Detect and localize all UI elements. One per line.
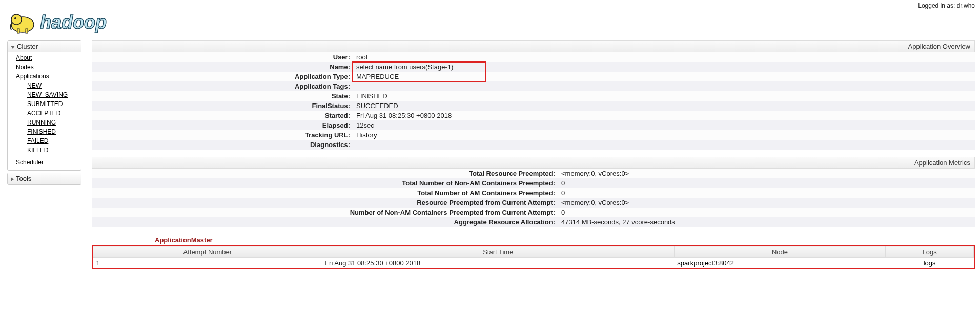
overview-key: Application Tags: [92, 81, 353, 91]
nav-tools: Tools [7, 173, 81, 185]
nav-cluster-header[interactable]: Cluster [8, 41, 81, 52]
metric-value: 0 [558, 188, 975, 198]
metric-key: Total Resource Preempted: [92, 169, 558, 178]
metric-value: <memory:0, vCores:0> [558, 198, 975, 208]
table-row: 1Fri Aug 31 08:25:30 +0800 2018sparkproj… [93, 258, 974, 269]
am-col-attempt[interactable]: Attempt Number [93, 246, 322, 258]
am-start: Fri Aug 31 08:25:30 +0800 2018 [322, 258, 674, 269]
svg-point-2 [14, 17, 16, 19]
nav-about[interactable]: About [16, 53, 78, 63]
overview-value[interactable]: History [353, 130, 975, 140]
nav-tools-header[interactable]: Tools [8, 173, 81, 184]
am-col-start[interactable]: Start Time [322, 246, 674, 258]
am-logs[interactable]: logs [886, 258, 974, 269]
metrics-header: Application Metrics [92, 157, 975, 169]
nav-app-failed[interactable]: FAILED [27, 136, 78, 146]
sidebar: Cluster About Nodes Applications NEW NEW… [7, 40, 81, 187]
overview-value: SUCCEEDED [353, 101, 975, 111]
metric-value: 47314 MB-seconds, 27 vcore-seconds [558, 217, 975, 227]
hadoop-wordmark-icon: hadoop [40, 11, 137, 34]
logo[interactable]: hadoop [0, 9, 980, 40]
overview-value: Fri Aug 31 08:25:30 +0800 2018 [353, 111, 975, 120]
overview-panel: Application Overview User:rootName:selec… [92, 40, 975, 150]
logged-in-status: Logged in as: dr.who [0, 0, 980, 9]
am-node[interactable]: sparkproject3:8042 [674, 258, 885, 269]
metric-value: 0 [558, 178, 975, 188]
metrics-panel: Application Metrics Total Resource Preem… [92, 157, 975, 227]
overview-value: FINISHED [353, 91, 975, 101]
nav-scheduler[interactable]: Scheduler [16, 158, 78, 167]
nav-app-finished[interactable]: FINISHED [27, 127, 78, 136]
nav-app-submitted[interactable]: SUBMITTED [27, 99, 78, 109]
overview-key: State: [92, 91, 353, 101]
overview-key: Diagnostics: [92, 140, 353, 150]
hadoop-elephant-icon [8, 10, 38, 35]
metric-key: Number of Non-AM Containers Preempted fr… [92, 208, 558, 217]
content: Application Overview User:rootName:selec… [92, 40, 975, 269]
appmaster-title: ApplicationMaster [92, 234, 975, 244]
overview-value: 12sec [353, 120, 975, 130]
metric-key: Resource Preempted from Current Attempt: [92, 198, 558, 208]
overview-key: Started: [92, 111, 353, 120]
metric-key: Total Number of Non-AM Containers Preemp… [92, 178, 558, 188]
metric-value: <memory:0, vCores:0> [558, 169, 975, 178]
overview-key: User: [92, 52, 353, 62]
svg-rect-3 [17, 29, 19, 33]
overview-value [353, 81, 975, 91]
am-col-logs[interactable]: Logs [886, 246, 974, 258]
overview-value: root [353, 52, 975, 62]
caret-down-icon [11, 46, 15, 49]
caret-right-icon [11, 177, 14, 181]
overview-key: Tracking URL: [92, 130, 353, 140]
metrics-table: Total Resource Preempted:<memory:0, vCor… [92, 169, 975, 227]
nav-app-accepted[interactable]: ACCEPTED [27, 109, 78, 118]
appmaster-table: Attempt Number Start Time Node Logs 1Fri… [93, 246, 974, 268]
appmaster-section: ApplicationMaster Attempt Number Start T… [92, 234, 975, 269]
overview-key: Application Type: [92, 72, 353, 81]
nav-app-new-saving[interactable]: NEW_SAVING [27, 90, 78, 99]
svg-text:hadoop: hadoop [40, 12, 107, 33]
am-col-node[interactable]: Node [674, 246, 885, 258]
overview-key: FinalStatus: [92, 101, 353, 111]
metric-value: 0 [558, 208, 975, 217]
overview-key: Name: [92, 62, 353, 72]
metric-key: Total Number of AM Containers Preempted: [92, 188, 558, 198]
overview-key: Elapsed: [92, 120, 353, 130]
overview-value: MAPREDUCE [353, 72, 975, 81]
overview-value [353, 140, 975, 150]
nav-cluster: Cluster About Nodes Applications NEW NEW… [7, 40, 81, 171]
overview-value: select name from users(Stage-1) [353, 62, 975, 72]
svg-point-1 [11, 14, 22, 25]
metric-key: Aggregate Resource Allocation: [92, 217, 558, 227]
tracking-url-link[interactable]: History [356, 131, 377, 139]
nav-app-running[interactable]: RUNNING [27, 118, 78, 127]
overview-header: Application Overview [92, 40, 975, 52]
svg-rect-4 [26, 29, 28, 33]
nav-nodes[interactable]: Nodes [16, 63, 78, 72]
nav-app-new[interactable]: NEW [27, 81, 78, 90]
am-attempt: 1 [93, 258, 322, 269]
overview-table: User:rootName:select name from users(Sta… [92, 52, 975, 150]
nav-applications[interactable]: Applications [16, 72, 78, 81]
nav-app-killed[interactable]: KILLED [27, 146, 78, 155]
